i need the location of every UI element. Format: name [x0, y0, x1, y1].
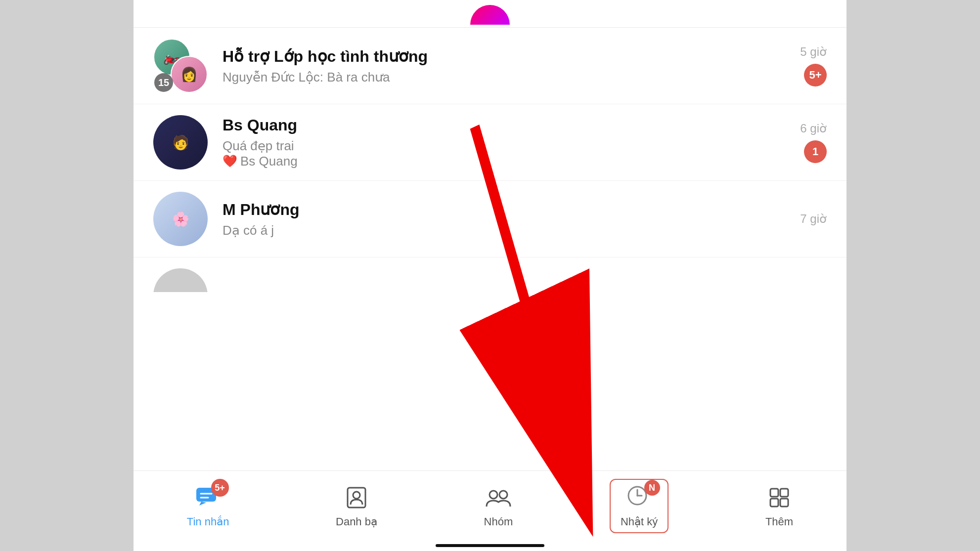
avatar-bs-quang: 🧑	[153, 115, 208, 170]
bottom-nav: 5+ Tin nhắn Danh bạ	[134, 470, 846, 551]
chat-meta-m-phuong: 7 giờ	[767, 212, 827, 226]
chat-time-bs-quang: 6 giờ	[800, 122, 827, 135]
nhom-icon	[485, 486, 512, 509]
chat-item-ho-tro-lop[interactable]: 🏍️ 👩 15 Hỗ trợ Lớp học tình thương Nguyễ…	[134, 28, 846, 104]
svg-rect-14	[770, 499, 778, 507]
nhat-ky-n-badge: N	[644, 480, 660, 496]
unread-badge-bs-quang: 1	[804, 140, 827, 163]
nhom-icon-wrap	[485, 484, 512, 511]
tin-nhan-icon-wrap: 5+	[194, 484, 222, 511]
svg-rect-15	[780, 499, 788, 507]
chat-preview-bs-quang-extra: ❤️ Bs Quang	[223, 154, 767, 169]
top-bar	[134, 0, 846, 28]
chat-time-ho-tro: 5 giờ	[800, 45, 827, 59]
right-background	[846, 0, 980, 551]
chat-item-partial[interactable]	[134, 257, 846, 292]
chat-info-bs-quang: Bs Quang Quá đẹp trai ❤️ Bs Quang	[223, 116, 767, 169]
avatar-m-phuong: 🌸	[153, 192, 208, 246]
chat-item-bs-quang[interactable]: 🧑 Bs Quang Quá đẹp trai ❤️ Bs Quang 6 gi…	[134, 104, 846, 181]
chat-name-ho-tro: Hỗ trợ Lớp học tình thương	[223, 47, 767, 66]
chat-preview-m-phuong: Dạ có á j	[223, 223, 767, 238]
chat-preview-bs-quang: Quá đẹp trai	[223, 138, 767, 154]
nhom-label: Nhóm	[484, 515, 513, 528]
them-label: Thêm	[765, 515, 793, 528]
left-background	[0, 0, 134, 551]
message-unread-badge: 5+	[211, 479, 229, 497]
nav-item-tin-nhan[interactable]: 5+ Tin nhắn	[177, 480, 239, 532]
avatar-partial	[153, 268, 208, 292]
danh-ba-icon-wrap	[343, 484, 370, 511]
unread-badge-ho-tro: 5+	[804, 64, 827, 86]
svg-rect-12	[770, 489, 778, 497]
nhat-ky-icon-wrap: N	[625, 484, 653, 511]
danh-ba-icon	[345, 486, 368, 509]
nav-item-nhat-ky[interactable]: N Nhật ký	[610, 479, 668, 533]
avatar-bottom-right: 👩	[171, 56, 208, 93]
nhat-ky-label: Nhật ký	[621, 515, 658, 528]
danh-ba-label: Danh bạ	[336, 515, 377, 528]
member-count-badge: 15	[154, 73, 173, 92]
them-icon-wrap	[765, 484, 793, 511]
chat-meta-ho-tro: 5 giờ 5+	[767, 45, 827, 86]
chat-info-ho-tro: Hỗ trợ Lớp học tình thương Nguyễn Đức Lộ…	[223, 47, 767, 85]
nav-item-them[interactable]: Thêm	[756, 480, 803, 532]
chat-name-m-phuong: M Phương	[223, 200, 767, 219]
nav-item-danh-ba[interactable]: Danh bạ	[326, 480, 387, 532]
chat-name-bs-quang: Bs Quang	[223, 116, 767, 134]
main-content: 🏍️ 👩 15 Hỗ trợ Lớp học tình thương Nguyễ…	[134, 0, 846, 551]
chat-time-m-phuong: 7 giờ	[800, 212, 827, 226]
chat-preview-ho-tro: Nguyễn Đức Lộc: Bà ra chưa	[223, 70, 767, 85]
avatar-group-ho-tro: 🏍️ 👩 15	[153, 39, 208, 93]
tin-nhan-label: Tin nhắn	[187, 515, 229, 528]
chat-item-m-phuong[interactable]: 🌸 M Phương Dạ có á j 7 giờ	[134, 181, 846, 257]
svg-point-8	[499, 491, 507, 499]
home-indicator	[436, 544, 544, 547]
them-icon	[767, 486, 791, 509]
svg-point-7	[490, 491, 497, 499]
chat-meta-bs-quang: 6 giờ 1	[767, 122, 827, 163]
nav-item-nhom[interactable]: Nhóm	[474, 480, 523, 532]
chat-info-m-phuong: M Phương Dạ có á j	[223, 200, 767, 238]
top-avatar-partial	[470, 5, 510, 25]
svg-rect-13	[780, 489, 788, 497]
svg-point-6	[353, 492, 360, 499]
